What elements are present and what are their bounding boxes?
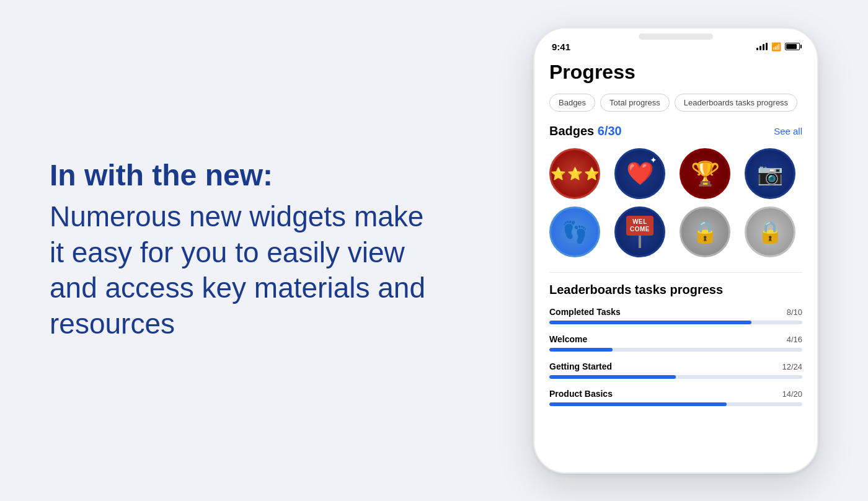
phone-frame: 9:41 📶 Progress Badges Total prog [533,27,818,474]
tab-badges[interactable]: Badges [549,94,595,112]
badge-lock2[interactable]: 🔒 [745,206,795,257]
progress-fill-getting-started [549,375,676,379]
headline: In with the new: [50,159,434,192]
welcome-text: WEL [630,218,650,226]
progress-fill-product-basics [549,402,727,406]
badges-header: Badges 6/30 See all [549,124,802,138]
signal-icon [756,43,768,50]
badge-heart[interactable]: ❤️ ✦ [614,148,665,199]
see-all-button[interactable]: See all [774,126,802,136]
progress-fill-welcome [549,348,613,352]
badge-trophy[interactable]: 🏆 [680,148,730,199]
progress-item-completed: Completed Tasks 8/10 [549,307,802,324]
progress-label-completed: Completed Tasks [549,307,621,317]
status-icons: 📶 [756,42,800,51]
badge-stars[interactable]: ⭐ ⭐ ⭐ [549,148,600,199]
progress-item-product-basics: Product Basics 14/20 [549,389,802,406]
progress-count-completed: 8/10 [787,308,802,317]
badges-count: 6/30 [598,124,622,138]
badge-welcome[interactable]: WEL coMe [614,206,665,257]
progress-label-welcome: Welcome [549,334,587,344]
progress-item-welcome: Welcome 4/16 [549,334,802,352]
status-bar: 9:41 📶 [534,29,817,56]
progress-track-getting-started [549,375,802,379]
filter-tabs: Badges Total progress Leaderboards tasks… [549,94,802,112]
progress-fill-completed [549,321,751,324]
welcome-text-2: coMe [630,226,650,233]
badge-lock1[interactable]: 🔒 [680,206,730,257]
progress-label-product-basics: Product Basics [549,389,613,399]
progress-track-welcome [549,348,802,352]
status-time: 9:41 [552,42,570,52]
progress-count-product-basics: 14/20 [782,389,802,399]
progress-label-getting-started: Getting Started [549,361,612,371]
tab-leaderboards[interactable]: Leaderboards tasks progress [675,94,797,112]
progress-count-getting-started: 12/24 [782,362,802,371]
progress-count-welcome: 4/16 [787,335,802,344]
dynamic-island [639,33,713,40]
section-divider [549,272,802,273]
badge-footsteps[interactable]: 👣 [549,206,600,257]
progress-track-product-basics [549,402,802,406]
badge-camera[interactable]: 📷 [745,148,795,199]
app-content: Progress Badges Total progress Leaderboa… [534,56,817,472]
left-panel: In with the new: Numerous new widgets ma… [50,159,459,342]
phone-mockup: 9:41 📶 Progress Badges Total prog [533,27,818,474]
badges-title: Badges 6/30 [549,124,622,138]
subtext: Numerous new widgets make it easy for yo… [50,199,434,342]
battery-icon [785,43,800,50]
badge-grid: ⭐ ⭐ ⭐ ❤️ ✦ 🏆 📷 [549,148,802,257]
progress-track-completed [549,321,802,324]
wifi-icon: 📶 [771,42,781,51]
leaderboards-title: Leaderboards tasks progress [549,283,802,297]
app-title: Progress [549,61,802,84]
tab-total-progress[interactable]: Total progress [600,94,670,112]
progress-item-getting-started: Getting Started 12/24 [549,361,802,379]
